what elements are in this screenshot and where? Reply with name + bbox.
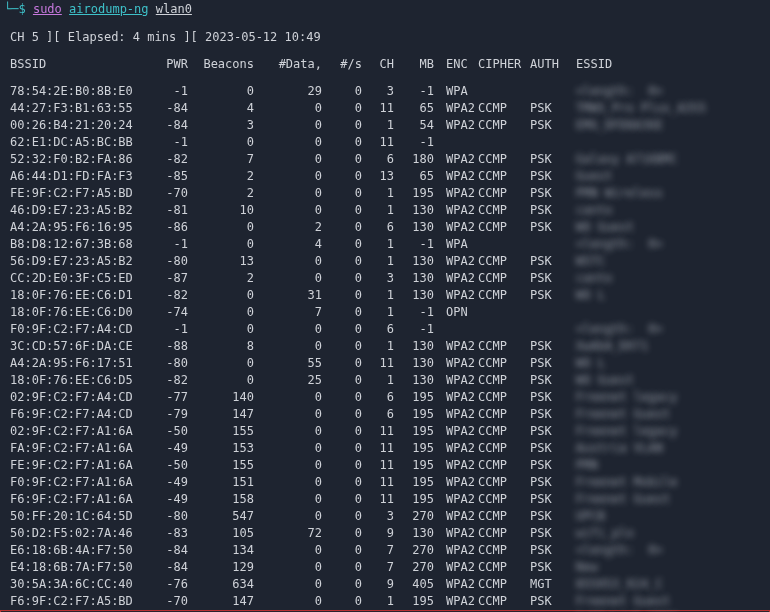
cell-beacons: 13 — [188, 253, 254, 270]
cell-ch: 6 — [362, 389, 394, 406]
cell-enc: WPA2 — [434, 457, 478, 474]
cell-beacons: 0 — [188, 219, 254, 236]
cell-bssid: 30:5A:3A:6C:CC:40 — [10, 576, 150, 593]
cell-pwr: -76 — [150, 576, 188, 593]
cell-ch: 6 — [362, 406, 394, 423]
cell-pwr: -50 — [150, 423, 188, 440]
cell-ch: 9 — [362, 525, 394, 542]
cell-mb: 130 — [394, 525, 434, 542]
table-row: CC:2D:E0:3F:C5:ED-872003130WPA2CCMPPSKca… — [0, 270, 770, 287]
cell-enc: WPA2 — [434, 117, 478, 134]
cell-mb: 270 — [394, 542, 434, 559]
table-row: FA:9F:C2:F7:A1:6A-491530011195WPA2CCMPPS… — [0, 440, 770, 457]
cell-bssid: 52:32:F0:B2:FA:86 — [10, 151, 150, 168]
cell-ch: 6 — [362, 151, 394, 168]
cell-auth: PSK — [530, 100, 576, 117]
cell-cipher: CCMP — [478, 151, 530, 168]
cell-cipher: CCMP — [478, 389, 530, 406]
cell-cipher: CCMP — [478, 474, 530, 491]
cell-essid: Galaxy A716BMC — [576, 151, 716, 168]
cell-bssid: A4:2A:95:F6:17:51 — [10, 355, 150, 372]
cell-beacons: 2 — [188, 270, 254, 287]
cell-mb: 195 — [394, 423, 434, 440]
table-row: A4:2A:95:F6:17:51-80055011130WPA2CCMPPSK… — [0, 355, 770, 372]
cell-mb: 130 — [394, 253, 434, 270]
cell-ch: 3 — [362, 508, 394, 525]
cell-cipher: CCMP — [478, 185, 530, 202]
cell-mb: 130 — [394, 219, 434, 236]
table-row: B8:D8:12:67:3B:68-10401-1WPA<length: 0> — [0, 236, 770, 253]
cell-ch: 7 — [362, 542, 394, 559]
cell-ps: 0 — [322, 576, 362, 593]
cell-cipher — [478, 321, 530, 338]
cell-ps: 0 — [322, 304, 362, 321]
table-row: A6:44:D1:FD:FA:F3-852001365WPA2CCMPPSKGu… — [0, 168, 770, 185]
cell-beacons: 634 — [188, 576, 254, 593]
cell-auth: PSK — [530, 117, 576, 134]
cell-auth: PSK — [530, 423, 576, 440]
cell-bssid: 50:FF:20:1C:64:5D — [10, 508, 150, 525]
cell-ch: 11 — [362, 100, 394, 117]
cell-enc: WPA2 — [434, 406, 478, 423]
cell-enc: WPA2 — [434, 389, 478, 406]
cell-essid: <length: 0> — [576, 83, 716, 100]
cell-beacons: 547 — [188, 508, 254, 525]
cell-ch: 13 — [362, 168, 394, 185]
cell-ps: 0 — [322, 389, 362, 406]
cell-ps: 0 — [322, 100, 362, 117]
cell-ch: 1 — [362, 185, 394, 202]
cell-bssid: 00:26:B4:21:20:24 — [10, 117, 150, 134]
cell-beacons: 151 — [188, 474, 254, 491]
cell-ch: 11 — [362, 440, 394, 457]
cell-ch: 6 — [362, 219, 394, 236]
cell-ps: 0 — [322, 440, 362, 457]
cell-cipher — [478, 236, 530, 253]
cell-ps: 0 — [322, 134, 362, 151]
cell-mb: 195 — [394, 474, 434, 491]
cell-bssid: 46:D9:E7:23:A5:B2 — [10, 202, 150, 219]
cell-cipher: CCMP — [478, 508, 530, 525]
cell-mb: 195 — [394, 593, 434, 610]
cell-bssid: 18:0F:76:EE:C6:D0 — [10, 304, 150, 321]
cell-cipher: CCMP — [478, 423, 530, 440]
cell-data: 29 — [254, 83, 322, 100]
cell-mb: 130 — [394, 355, 434, 372]
cell-cipher: CCMP — [478, 559, 530, 576]
cell-essid: Freenet legacy — [576, 423, 716, 440]
cell-essid: XwAbA_D071 — [576, 338, 716, 355]
cell-pwr: -86 — [150, 219, 188, 236]
cell-bssid: 18:0F:76:EE:C6:D1 — [10, 287, 150, 304]
cell-mb: 195 — [394, 457, 434, 474]
cell-mb: -1 — [394, 83, 434, 100]
cell-cipher: CCMP — [478, 491, 530, 508]
cell-essid: wifi_plo — [576, 525, 716, 542]
cell-auth: PSK — [530, 151, 576, 168]
cell-data: 0 — [254, 593, 322, 610]
cell-data: 0 — [254, 508, 322, 525]
cmd-arg: wlan0 — [156, 1, 192, 18]
cell-essid: Austria VLAN — [576, 440, 716, 457]
cell-bssid: F0:9F:C2:F7:A1:6A — [10, 474, 150, 491]
cell-auth: PSK — [530, 202, 576, 219]
status-line: CH 5 ][ Elapsed: 4 mins ][ 2023-05-12 10… — [0, 19, 770, 56]
cell-pwr: -84 — [150, 100, 188, 117]
cell-essid: EMG_DFD8A36E — [576, 117, 716, 134]
cell-data: 55 — [254, 355, 322, 372]
cell-cipher: CCMP — [478, 117, 530, 134]
cell-data: 0 — [254, 151, 322, 168]
cell-essid: <length: 0> — [576, 321, 716, 338]
cell-enc: WPA2 — [434, 372, 478, 389]
cell-ch: 1 — [362, 287, 394, 304]
cell-cipher: CCMP — [478, 100, 530, 117]
cell-data: 0 — [254, 100, 322, 117]
cell-pwr: -50 — [150, 457, 188, 474]
cell-enc: WPA — [434, 236, 478, 253]
cell-data: 0 — [254, 389, 322, 406]
table-row: 3C:CD:57:6F:DA:CE-888001130WPA2CCMPPSKXw… — [0, 338, 770, 355]
cell-essid: Freenet Guest — [576, 406, 716, 423]
cell-enc: WPA2 — [434, 576, 478, 593]
cell-essid: WO L — [576, 355, 716, 372]
cell-data: 0 — [254, 185, 322, 202]
cell-data: 31 — [254, 287, 322, 304]
cell-data: 0 — [254, 202, 322, 219]
